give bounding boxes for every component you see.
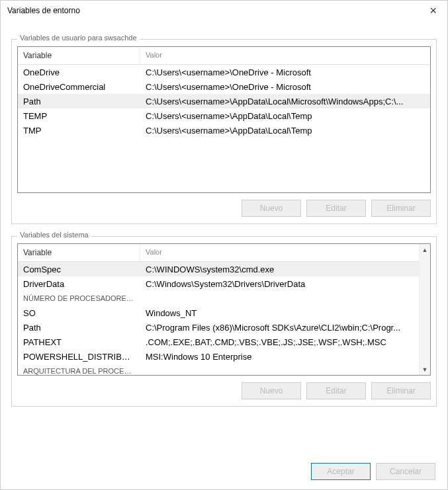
variable-name-cell: OneDriveCommercial (18, 81, 140, 93)
variable-name-cell: OneDrive (18, 66, 140, 79)
variable-name-cell: SO (18, 307, 140, 319)
table-row[interactable]: SOWindows_NT (18, 306, 430, 320)
user-legend: Variables de usuario para swsachde (17, 34, 140, 42)
ok-button[interactable]: Aceptar (311, 463, 371, 480)
variable-name-cell: Path (18, 321, 140, 334)
scroll-down-icon[interactable]: ▼ (420, 364, 430, 375)
variable-name-cell: Path (18, 95, 140, 108)
variable-name-cell: PATHEXT (18, 336, 140, 348)
user-button-row: Nuevo Editar Eliminar (17, 200, 431, 217)
variable-name-cell: TMP (18, 124, 140, 137)
variable-name-cell: DriverData (18, 278, 140, 290)
table-row[interactable]: ARQUITECTURA DEL PROCESADOR AMD64 (18, 364, 430, 376)
close-icon[interactable]: × (426, 5, 441, 17)
user-table-header: Variable Valor (18, 47, 430, 65)
scroll-up-icon[interactable]: ▲ (420, 244, 430, 255)
variable-value-cell: C:\Users\<username>\AppData\Local\Temp (140, 110, 430, 122)
user-delete-button[interactable]: Eliminar (371, 200, 431, 217)
variable-value-cell (140, 297, 430, 300)
variable-value-cell: .COM;.EXE;.BAT;.CMD;.VBS;.VBE;.JS;.JSE;.… (140, 336, 430, 348)
table-row[interactable]: PathC:\Users\<username>\AppData\Local\Mi… (18, 94, 430, 108)
variable-value-cell: C:\Program Files (x86)\Microsoft SDKs\Az… (140, 321, 430, 334)
system-col-variable[interactable]: Variable (18, 244, 140, 261)
table-row[interactable]: PATHEXT.COM;.EXE;.BAT;.CMD;.VBS;.VBE;.JS… (18, 335, 430, 349)
system-table-header: Variable Valor (18, 244, 430, 262)
variable-value-cell: C:\Users\<username>\AppData\Local\Temp (140, 124, 430, 137)
variable-value-cell: C:\Users\<username>\OneDrive - Microsoft (140, 81, 430, 93)
variable-value-cell: C:\WINDOWS\system32\cmd.exe (140, 263, 430, 276)
table-row[interactable]: POWERSHELL_DISTRIBUTIO...MSI:Windows 10 … (18, 349, 430, 364)
table-row[interactable]: NÚMERO DE PROCESADORES 8 (18, 291, 430, 306)
system-legend: Variables del sistema (17, 231, 91, 239)
variable-value-cell: MSI:Windows 10 Enterprise (140, 350, 430, 363)
variable-value-cell (140, 370, 430, 372)
table-row[interactable]: OneDriveC:\Users\<username>\OneDrive - M… (18, 65, 430, 79)
table-row[interactable]: DriverDataC:\Windows\System32\Drivers\Dr… (18, 276, 430, 291)
variable-name-cell: POWERSHELL_DISTRIBUTIO... (18, 350, 140, 363)
user-edit-button[interactable]: Editar (306, 200, 366, 217)
table-row[interactable]: PathC:\Program Files (x86)\Microsoft SDK… (18, 320, 430, 335)
table-row[interactable]: ComSpecC:\WINDOWS\system32\cmd.exe (18, 262, 430, 276)
variable-value-cell: C:\Windows\System32\Drivers\DriverData (140, 278, 430, 290)
variable-name-cell: NÚMERO DE PROCESADORES 8 (18, 293, 140, 304)
user-col-variable[interactable]: Variable (18, 47, 140, 64)
system-button-row: Nuevo Editar Eliminar (17, 382, 431, 399)
system-delete-button[interactable]: Eliminar (371, 382, 431, 399)
variable-name-cell: ARQUITECTURA DEL PROCESADOR AMD64 (18, 366, 140, 376)
system-scrollbar[interactable]: ▲ ▼ (419, 244, 430, 375)
variable-name-cell: ComSpec (18, 263, 140, 276)
variable-value-cell: Windows_NT (140, 307, 430, 319)
variable-value-cell: C:\Users\<username>\OneDrive - Microsoft (140, 66, 430, 79)
system-edit-button[interactable]: Editar (306, 382, 366, 399)
window-title: Variables de entorno (7, 6, 80, 15)
variable-name-cell: TEMP (18, 110, 140, 122)
cancel-button[interactable]: Cancelar (376, 463, 435, 480)
user-variables-group: Variables de usuario para swsachde Varia… (11, 39, 437, 224)
system-col-value[interactable]: Valor (140, 244, 430, 261)
dialog-footer: Aceptar Cancelar (311, 463, 435, 480)
user-new-button[interactable]: Nuevo (242, 200, 301, 217)
titlebar: Variables de entorno × (1, 1, 447, 20)
table-row[interactable]: OneDriveCommercialC:\Users\<username>\On… (18, 79, 430, 94)
system-variables-table[interactable]: Variable Valor ComSpecC:\WINDOWS\system3… (17, 243, 431, 376)
table-row[interactable]: TMPC:\Users\<username>\AppData\Local\Tem… (18, 123, 430, 138)
system-variables-group: Variables del sistema Variable Valor Com… (11, 236, 437, 407)
dialog-content: Variables de usuario para swsachde Varia… (1, 20, 447, 413)
variable-value-cell: C:\Users\<username>\AppData\Local\Micros… (140, 95, 430, 108)
user-variables-table[interactable]: Variable Valor OneDriveC:\Users\<usernam… (17, 46, 431, 193)
user-col-value[interactable]: Valor (140, 47, 430, 64)
system-new-button[interactable]: Nuevo (242, 382, 301, 399)
table-row[interactable]: TEMPC:\Users\<username>\AppData\Local\Te… (18, 108, 430, 123)
